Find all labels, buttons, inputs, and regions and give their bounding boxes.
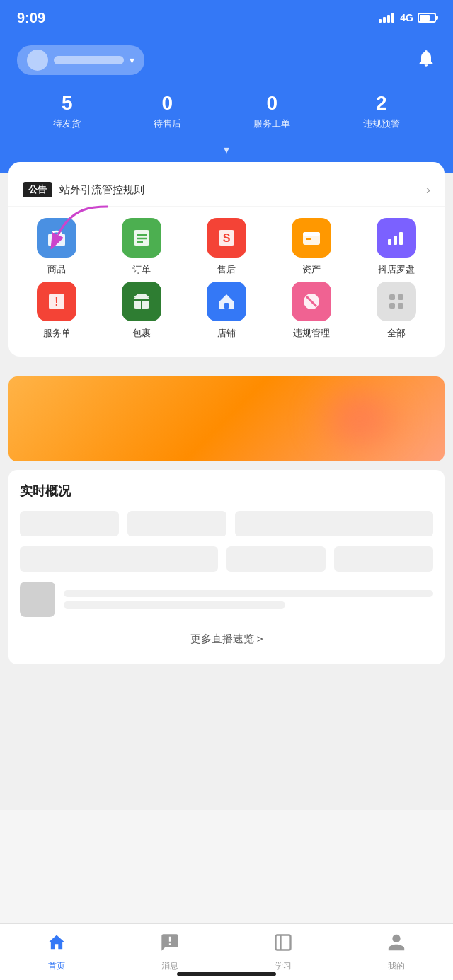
store-label: 店铺	[217, 327, 236, 340]
content: 公告 站外引流管控规则 ›	[0, 173, 453, 810]
svg-rect-20	[224, 303, 229, 309]
bottom-spacer	[0, 670, 453, 741]
service-icon: !	[37, 282, 76, 321]
menu-item-orders[interactable]: 订单	[99, 218, 184, 276]
status-icons: 4G	[379, 12, 436, 23]
store-icon	[207, 282, 246, 321]
mine-nav-label: 我的	[388, 960, 405, 972]
header: ▾ 5 待发货 0 待售后 0 服务工单 2 违规预警 ▾	[0, 35, 453, 173]
compass-label: 抖店罗盘	[378, 263, 415, 276]
blur-text-lines	[64, 590, 433, 609]
more-live-link[interactable]: 更多直播速览 >	[20, 627, 433, 652]
announcement-text: 站外引流管控规则	[59, 183, 419, 197]
store-avatar	[27, 50, 48, 71]
realtime-title: 实时概况	[20, 483, 433, 500]
status-bar: 9:09 4G	[0, 0, 453, 35]
aftersale-icon: S	[207, 218, 246, 258]
orders-label: 订单	[132, 263, 151, 276]
realtime-section: 实时概况 更多直播速览 >	[8, 470, 445, 664]
svg-text:!: !	[55, 296, 58, 308]
nav-learn[interactable]: 学习	[226, 933, 340, 972]
blur-image-row	[20, 582, 433, 617]
home-nav-label: 首页	[48, 960, 65, 972]
blur-stat-1	[20, 511, 119, 536]
stat-label-violation: 违规预警	[363, 117, 400, 130]
nav-message[interactable]: 消息	[113, 933, 226, 972]
blur-stats-row-1	[20, 511, 433, 536]
stat-number-violation: 2	[376, 92, 387, 115]
home-indicator	[177, 972, 276, 976]
learn-nav-label: 学习	[275, 960, 292, 972]
blur-stat-6	[334, 546, 433, 572]
home-nav-icon	[47, 933, 67, 957]
menu-item-package[interactable]: 包裹	[99, 282, 184, 340]
stats-row: 5 待发货 0 待售后 0 服务工单 2 违规预警	[17, 92, 436, 130]
menu-item-aftersale[interactable]: S 售后	[184, 218, 269, 276]
menu-item-assets[interactable]: 资产	[269, 218, 354, 276]
svg-text:S: S	[223, 232, 231, 244]
bell-icon[interactable]	[416, 48, 436, 73]
blur-stat-3	[235, 511, 433, 536]
package-label: 包裹	[132, 327, 151, 340]
all-icon	[377, 282, 416, 321]
assets-label: 资产	[302, 263, 321, 276]
aftersale-label: 售后	[217, 263, 236, 276]
svg-rect-26	[389, 303, 395, 309]
menu-item-service[interactable]: ! 服务单	[14, 282, 99, 340]
stat-label-pending: 待发货	[53, 117, 81, 130]
svg-rect-27	[398, 303, 403, 309]
package-icon	[122, 282, 161, 321]
signal-icon	[379, 13, 394, 23]
battery-icon	[418, 13, 436, 23]
store-name	[54, 56, 124, 64]
stat-label-service: 服务工单	[253, 117, 290, 130]
white-card: 公告 站外引流管控规则 ›	[8, 162, 445, 357]
service-label: 服务单	[43, 327, 71, 340]
svg-rect-14	[399, 232, 403, 245]
assets-icon	[292, 218, 331, 258]
stat-number-pending: 5	[62, 92, 73, 115]
chevron-down-icon: ▾	[130, 54, 134, 66]
store-selector[interactable]: ▾	[17, 45, 144, 75]
stat-service[interactable]: 0 服务工单	[253, 92, 290, 130]
banner-decoration	[317, 391, 402, 447]
menu-grid: 商品 订单 S	[8, 207, 445, 345]
blur-stat-2	[127, 511, 226, 536]
blur-line-1	[64, 590, 433, 597]
svg-rect-25	[398, 294, 403, 300]
svg-rect-13	[394, 236, 397, 245]
blur-stats-row-2	[20, 546, 433, 572]
all-label: 全部	[387, 327, 406, 340]
menu-item-store[interactable]: 店铺	[184, 282, 269, 340]
nav-mine[interactable]: 我的	[340, 933, 453, 972]
goods-icon	[37, 218, 76, 258]
announcement-bar[interactable]: 公告 站外引流管控规则 ›	[8, 173, 445, 207]
header-top: ▾	[17, 45, 436, 75]
menu-item-goods[interactable]: 商品	[14, 218, 99, 276]
learn-nav-icon	[273, 933, 293, 957]
banner[interactable]	[8, 376, 445, 461]
nav-home[interactable]: 首页	[0, 933, 113, 972]
stat-aftersale[interactable]: 0 待售后	[154, 92, 181, 130]
orders-icon	[122, 218, 161, 258]
blur-stat-5	[226, 546, 326, 572]
violation-icon	[292, 282, 331, 321]
menu-item-violation[interactable]: 违规管理	[269, 282, 354, 340]
stat-violation[interactable]: 2 违规预警	[363, 92, 400, 130]
expand-arrow[interactable]: ▾	[17, 143, 436, 156]
status-time: 9:09	[17, 10, 45, 26]
stat-number-service: 0	[266, 92, 277, 115]
blur-line-2	[64, 601, 285, 609]
menu-item-all[interactable]: 全部	[354, 282, 439, 340]
svg-rect-28	[276, 935, 291, 950]
menu-item-compass[interactable]: 抖店罗盘	[354, 218, 439, 276]
announcement-badge: 公告	[23, 182, 52, 197]
stat-number-aftersale: 0	[161, 92, 173, 115]
network-label: 4G	[400, 12, 413, 23]
message-nav-label: 消息	[161, 960, 178, 972]
svg-rect-12	[388, 239, 391, 245]
svg-rect-24	[389, 294, 395, 300]
stat-label-aftersale: 待售后	[154, 117, 181, 130]
announcement-arrow-icon: ›	[426, 183, 430, 197]
stat-pending-delivery[interactable]: 5 待发货	[53, 92, 81, 130]
